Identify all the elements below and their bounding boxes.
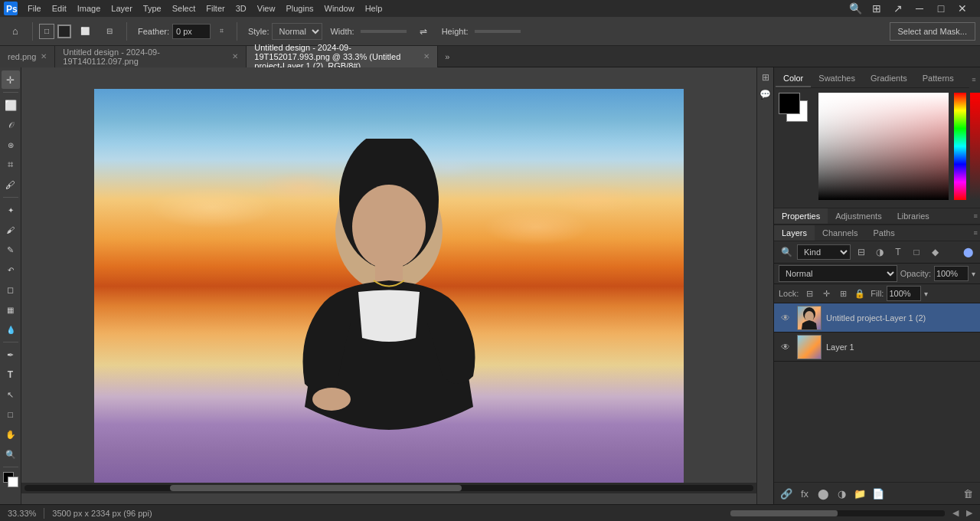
history-brush-tool[interactable]: ↶ [2,260,20,279]
filter-shape-icon[interactable]: □ [909,244,924,260]
new-adjustment-btn[interactable]: ◑ [834,486,849,501]
move-tool[interactable]: ✛ [2,70,20,89]
filter-smart-icon[interactable]: ◆ [927,244,942,260]
type-tool[interactable]: T [2,365,20,384]
layer-visibility-btn-1[interactable]: 👁 [779,311,792,325]
timeline-bar[interactable] [730,510,945,516]
filter-pixel-icon[interactable]: ⊟ [854,244,869,260]
color-gradient-picker[interactable] [818,93,949,200]
lock-pixels-icon[interactable]: ⊟ [803,287,815,300]
add-mask-btn[interactable]: ⬤ [815,486,831,501]
lasso-tool[interactable]: 𝒪 [2,116,20,134]
fill-arrow[interactable]: ▾ [924,290,928,298]
filter-adjustment-icon[interactable]: ◑ [872,244,887,260]
menu-plugins[interactable]: Plugins [281,2,318,15]
path-selection-tool[interactable]: ↖ [2,385,20,404]
layers-panel-collapse[interactable]: ≡ [971,225,980,241]
foreground-bg-swatches[interactable] [2,470,20,489]
tab-swatches[interactable]: Swatches [811,70,863,87]
delete-layer-btn[interactable]: 🗑 [960,486,975,501]
feather-input[interactable] [172,24,211,39]
h-scrollbar[interactable] [21,483,756,493]
subtract-selection-btn[interactable]: ⊟ [99,21,120,42]
crop-tool[interactable]: ⌗ [2,156,20,174]
alpha-slider[interactable] [970,93,980,200]
properties-icon[interactable]: ⊞ [759,70,773,84]
marquee-style-btn[interactable] [57,25,71,38]
share-icon[interactable]: ↗ [890,0,906,17]
tab-color[interactable]: Color [776,70,811,87]
opacity-input[interactable] [934,266,969,281]
home-btn[interactable]: ⌂ [5,21,26,42]
tab-active[interactable]: Untitled design - 2024-09-19T152017.993.… [247,46,438,67]
lock-all-icon[interactable]: 🔒 [854,287,866,300]
tab-channels[interactable]: Channels [815,225,865,241]
filter-type-icon[interactable]: T [890,244,906,260]
style-select[interactable]: Normal [272,23,322,40]
clone-stamp-tool[interactable]: ✎ [2,241,20,259]
new-group-btn[interactable]: 📁 [852,486,867,501]
minimize-icon[interactable]: ─ [911,0,928,17]
menu-help[interactable]: Help [361,2,387,15]
layers-kind-select[interactable]: Kind [797,244,851,260]
foreground-color-swatch[interactable] [779,93,800,114]
gradient-tool[interactable]: ▦ [2,300,20,319]
menu-file[interactable]: File [23,2,46,15]
marquee-options-btn[interactable]: □ [39,24,54,39]
tab-patterns[interactable]: Patterns [915,70,962,87]
tab-close-btn[interactable]: ✕ [423,52,430,61]
menu-image[interactable]: Image [73,2,106,15]
menu-view[interactable]: View [253,2,280,15]
workspace-icon[interactable]: ⊞ [868,0,885,17]
search-icon[interactable]: 🔍 [847,0,864,17]
tab-close-btn[interactable]: ✕ [41,52,47,61]
quick-selection-tool[interactable]: ⊛ [2,136,20,154]
layer-item-2[interactable]: 👁 Layer 1 [774,333,980,362]
canvas-image[interactable] [94,89,684,483]
tab-properties[interactable]: Properties [774,208,828,224]
menu-edit[interactable]: Edit [47,2,71,15]
fill-input[interactable] [887,286,921,301]
shape-tool[interactable]: □ [2,405,20,424]
maximize-icon[interactable]: □ [933,0,949,17]
hand-tool[interactable]: ✋ [2,425,20,444]
rectangular-marquee-tool[interactable]: ⬜ [2,96,20,114]
menu-select[interactable]: Select [168,2,201,15]
height-slider[interactable] [475,30,521,33]
menu-type[interactable]: Type [139,2,166,15]
link-layers-btn[interactable]: 🔗 [779,486,794,501]
zoom-tool[interactable]: 🔍 [2,445,20,464]
eraser-tool[interactable]: ◻ [2,280,20,299]
hue-slider[interactable] [954,93,966,200]
menu-window[interactable]: Window [320,2,359,15]
layer-visibility-btn-2[interactable]: 👁 [779,340,792,354]
tab-gradients[interactable]: Gradients [863,70,915,87]
add-style-btn[interactable]: fx [797,486,812,501]
close-icon[interactable]: ✕ [954,0,971,17]
menu-3d[interactable]: 3D [231,2,251,15]
lock-position-icon[interactable]: ✛ [820,287,832,300]
width-slider[interactable] [361,30,407,33]
brush-tool[interactable]: 🖌 [2,221,20,239]
anti-alias-btn[interactable]: ⌗ [214,23,230,40]
blend-mode-select[interactable]: Normal [779,265,897,282]
nav-next-btn[interactable]: ▶ [966,508,972,518]
eyedropper-tool[interactable]: 🖋 [2,175,20,194]
healing-brush-tool[interactable]: ✦ [2,201,20,219]
tab-adjustments[interactable]: Adjustments [828,208,890,224]
menu-filter[interactable]: Filter [201,2,229,15]
layer-item-1[interactable]: 👁 Untitled project-Layer 1 (2) [774,303,980,333]
add-selection-btn[interactable]: ⬜ [74,21,96,42]
nav-prev-btn[interactable]: ◀ [952,508,959,518]
h-scroll-thumb[interactable] [170,485,462,491]
select-mask-btn[interactable]: Select and Mask... [890,22,976,41]
tab-red[interactable]: red.png ✕ [0,46,55,67]
opacity-arrow[interactable]: ▾ [972,270,975,278]
lock-artboards-icon[interactable]: ⊞ [837,287,849,300]
pen-tool[interactable]: ✒ [2,346,20,364]
blur-tool[interactable]: 💧 [2,320,20,339]
color-panel-collapse[interactable]: ≡ [969,76,978,84]
tab-untitled1[interactable]: Untitled design - 2024-09-19T140112.097.… [55,46,247,67]
tab-layers[interactable]: Layers [774,225,815,241]
swap-btn[interactable]: ⇌ [413,21,434,42]
